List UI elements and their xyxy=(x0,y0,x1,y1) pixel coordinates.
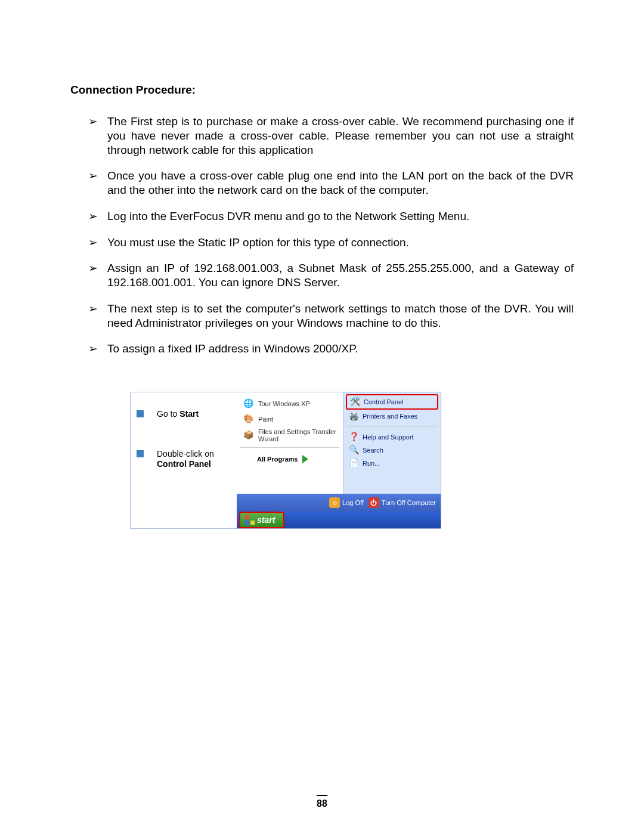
tour-icon: 🌐 xyxy=(242,397,255,410)
taskbar: start xyxy=(237,512,441,528)
label: Printers and Faxes xyxy=(363,413,417,420)
menu-item-wizard[interactable]: 📦 Files and Settings Transfer Wizard xyxy=(239,427,340,444)
label: Files and Settings Transfer Wizard xyxy=(258,428,338,442)
bullet-item: Log into the EverFocus DVR menu and go t… xyxy=(88,209,574,224)
menu-item-tour[interactable]: 🌐 Tour Windows XP xyxy=(239,396,340,411)
menu-item-printers[interactable]: 🖨️ Printers and Faxes xyxy=(346,410,438,423)
label: Run... xyxy=(363,460,380,467)
control-panel-icon: 🛠️ xyxy=(349,397,360,407)
search-icon: 🔍 xyxy=(348,445,359,456)
instruction-step: Double-click on Control Panel xyxy=(157,449,214,469)
windows-logo-icon xyxy=(245,515,255,525)
page-number: 88 xyxy=(0,795,644,809)
label: start xyxy=(257,515,275,525)
start-menu-right-column: 🛠️ Control Panel 🖨️ Printers and Faxes ❓… xyxy=(343,392,441,494)
screenshot-figure: Go to Start Double-click on Control Pane… xyxy=(130,392,441,529)
start-menu: 🌐 Tour Windows XP 🎨 Paint 📦 Files and Se… xyxy=(237,392,441,528)
logoff-icon: ⎋ xyxy=(329,497,340,508)
logoff-button[interactable]: ⎋ Log Off xyxy=(329,497,364,508)
paint-icon: 🎨 xyxy=(242,413,255,426)
section-heading: Connection Procedure: xyxy=(70,83,574,97)
run-icon: 📄 xyxy=(348,458,359,469)
start-menu-footer: ⎋ Log Off ⏻ Turn Off Computer xyxy=(237,494,441,512)
square-bullet-icon xyxy=(137,450,144,457)
label: All Programs xyxy=(257,456,298,463)
start-button[interactable]: start xyxy=(239,512,284,528)
label: Help and Support xyxy=(363,433,414,441)
text: Go to xyxy=(157,409,179,419)
instruction-step: Go to Start xyxy=(157,409,199,419)
bullet-item: The next step is to set the computer's n… xyxy=(88,302,574,330)
procedure-list: The First step is to purchase or make a … xyxy=(88,114,574,356)
text-bold: Control Panel xyxy=(157,459,211,469)
bullet-item: Assign an IP of 192.168.001.003, a Subne… xyxy=(88,261,574,290)
menu-item-run[interactable]: 📄 Run... xyxy=(346,457,438,470)
square-bullet-icon xyxy=(137,410,144,417)
label: Control Panel xyxy=(364,398,404,405)
label: Log Off xyxy=(342,499,364,506)
label: Paint xyxy=(258,416,273,423)
bullet-item: The First step is to purchase or make a … xyxy=(88,114,574,157)
menu-item-paint[interactable]: 🎨 Paint xyxy=(239,411,340,427)
bullet-item: To assign a fixed IP address in Windows … xyxy=(88,342,574,356)
all-programs[interactable]: All Programs xyxy=(239,451,340,465)
menu-item-control-panel[interactable]: 🛠️ Control Panel xyxy=(346,394,438,410)
arrow-right-icon xyxy=(302,455,308,463)
label: Tour Windows XP xyxy=(258,400,310,407)
text-bold: Start xyxy=(179,409,199,419)
text: Double-click on xyxy=(157,449,214,459)
separator xyxy=(347,426,437,427)
menu-item-search[interactable]: 🔍 Search xyxy=(346,444,438,457)
turnoff-button[interactable]: ⏻ Turn Off Computer xyxy=(369,497,436,508)
power-icon: ⏻ xyxy=(369,497,379,508)
separator xyxy=(240,447,339,448)
instruction-panel: Go to Start Double-click on Control Pane… xyxy=(131,392,237,528)
wizard-icon: 📦 xyxy=(242,429,255,442)
printer-icon: 🖨️ xyxy=(348,411,359,422)
menu-item-help[interactable]: ❓ Help and Support xyxy=(346,431,438,444)
label: Turn Off Computer xyxy=(382,499,436,506)
label: Search xyxy=(363,447,383,454)
start-menu-left-column: 🌐 Tour Windows XP 🎨 Paint 📦 Files and Se… xyxy=(237,392,343,494)
bullet-item: You must use the Static IP option for th… xyxy=(88,236,574,250)
bullet-item: Once you have a cross-over cable plug on… xyxy=(88,169,574,197)
help-icon: ❓ xyxy=(348,432,359,442)
